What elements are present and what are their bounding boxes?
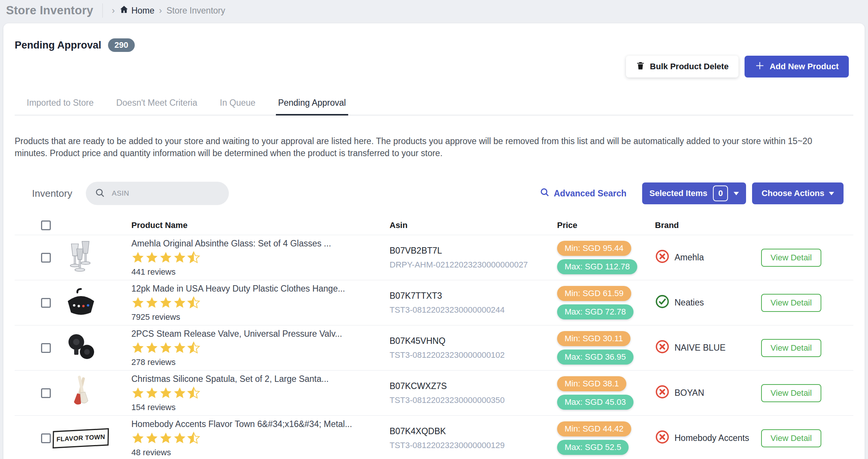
- product-name: 2PCS Steam Release Valve, Universal Pres…: [131, 329, 378, 339]
- min-price-pill: Min: SGD 44.42: [557, 421, 631, 436]
- rating-stars: [131, 251, 378, 264]
- brand-name: Neaties: [675, 298, 704, 308]
- table-row: Amehla Original Absinthe Glass: Set of 4…: [15, 235, 853, 280]
- table-row: 12pk Made in USA Heavy Duty Plastic Clot…: [15, 280, 853, 325]
- breadcrumb-current: Store Inventory: [166, 6, 225, 16]
- table-row: 2PCS Steam Release Valve, Universal Pres…: [15, 325, 853, 371]
- breadcrumb-separator: ›: [159, 6, 162, 15]
- max-price-pill: Max: SGD 36.95: [557, 350, 633, 365]
- search-icon: [95, 188, 105, 199]
- brand-name: NAIVE BLUE: [675, 343, 726, 353]
- product-asin: B07VB2BT7L: [390, 246, 557, 256]
- product-image-absinthe-glasses: [60, 237, 102, 278]
- row-checkbox[interactable]: [41, 298, 51, 308]
- brand-rejected-icon: [655, 249, 670, 266]
- tab-in-queue[interactable]: In Queue: [218, 94, 258, 116]
- brand-name: BOYAN: [675, 388, 704, 398]
- row-checkbox[interactable]: [41, 253, 51, 263]
- review-count: 48 reviews: [131, 448, 378, 457]
- product-name: Homebody Accents Flavor Town 6&#34;x16&#…: [131, 419, 378, 429]
- product-image-spatulas: [60, 373, 102, 413]
- advanced-search-label: Advanced Search: [554, 188, 626, 199]
- column-asin: Asin: [390, 220, 557, 230]
- selected-items-count: 0: [713, 185, 728, 201]
- product-name: Christmas Silicone Spatula, Set of 2, La…: [131, 374, 378, 384]
- column-brand: Brand: [655, 220, 760, 230]
- advanced-search-link[interactable]: Advanced Search: [540, 187, 626, 199]
- selected-items-dropdown[interactable]: Selected Items 0: [642, 182, 746, 204]
- selected-items-label: Selected Items: [649, 188, 707, 198]
- tab-description: Products that are ready to be added to y…: [15, 135, 843, 159]
- panel-heading: Pending Approval: [15, 40, 101, 51]
- flavor-town-sign-text: FLAVOR TOWN: [53, 428, 109, 448]
- select-all-checkbox[interactable]: [41, 220, 51, 230]
- breadcrumb-separator: ›: [112, 6, 115, 15]
- header-actions: Bulk Product Delete Add New Product: [626, 56, 849, 78]
- home-icon: [119, 5, 129, 17]
- brand-rejected-icon: [655, 430, 670, 447]
- page-header: Store Inventory › Home › Store Inventory: [0, 0, 868, 21]
- review-count: 441 reviews: [131, 267, 378, 277]
- breadcrumb-home-label: Home: [131, 6, 154, 16]
- row-checkbox[interactable]: [41, 343, 51, 353]
- brand-rejected-icon: [655, 339, 670, 356]
- column-product-name: Product Name: [131, 220, 390, 230]
- product-image-clothes-hangers: [60, 283, 102, 323]
- table-header-row: Product Name Asin Price Brand: [15, 216, 853, 235]
- caret-down-icon: [734, 192, 739, 195]
- view-detail-button[interactable]: View Detail: [761, 384, 821, 402]
- page-title: Store Inventory: [6, 4, 93, 17]
- inventory-label: Inventory: [32, 188, 72, 199]
- inventory-toolbar: Inventory Advanced Search Selected Items…: [15, 182, 853, 205]
- product-image-flavor-town-sign: FLAVOR TOWN: [60, 418, 102, 459]
- breadcrumb-home-link[interactable]: Home: [119, 5, 154, 17]
- product-asin: B07K45VHNQ: [390, 336, 557, 346]
- min-price-pill: Min: SGD 61.59: [557, 286, 631, 301]
- product-asin: B07K7TTXT3: [390, 291, 557, 301]
- inventory-table: Product Name Asin Price Brand Amehla Ori…: [15, 216, 853, 459]
- view-detail-button[interactable]: View Detail: [761, 429, 821, 447]
- row-checkbox[interactable]: [41, 388, 51, 398]
- brand-approved-icon: [655, 294, 670, 311]
- asin-search-input[interactable]: [112, 189, 220, 198]
- rating-stars: [131, 296, 378, 309]
- product-sku: DRPY-AHM-02122023230000000027: [390, 260, 557, 270]
- product-asin: B07K4XQDBK: [390, 426, 557, 436]
- brand-rejected-icon: [655, 385, 670, 401]
- rating-stars: [131, 341, 378, 354]
- review-count: 7925 reviews: [131, 312, 378, 322]
- product-sku: TST3-08122023230000000129: [390, 441, 557, 450]
- view-detail-button[interactable]: View Detail: [761, 249, 821, 267]
- pending-count-badge: 290: [108, 38, 135, 52]
- table-row: Christmas Silicone Spatula, Set of 2, La…: [15, 371, 853, 416]
- caret-down-icon: [829, 192, 834, 195]
- content-card: Pending Approval 290 Bulk Product Delete…: [3, 23, 865, 459]
- trash-icon: [636, 61, 645, 73]
- min-price-pill: Min: SGD 95.44: [557, 241, 631, 256]
- view-detail-button[interactable]: View Detail: [761, 294, 821, 312]
- min-price-pill: Min: SGD 38.1: [557, 376, 626, 391]
- view-detail-button[interactable]: View Detail: [761, 339, 821, 357]
- max-price-pill: Max: SGD 72.78: [557, 304, 633, 319]
- row-checkbox[interactable]: [41, 433, 51, 443]
- product-sku: TST3-08122023230000000244: [390, 305, 557, 315]
- review-count: 154 reviews: [131, 403, 378, 412]
- header-divider: [102, 3, 103, 18]
- bulk-product-delete-button[interactable]: Bulk Product Delete: [626, 56, 739, 78]
- max-price-pill: Max: SGD 45.03: [557, 395, 633, 410]
- rating-stars: [131, 386, 378, 400]
- add-new-product-button[interactable]: Add New Product: [745, 56, 849, 78]
- bulk-product-delete-label: Bulk Product Delete: [650, 62, 729, 71]
- tab-doesnt-meet-criteria[interactable]: Doesn't Meet Criteria: [114, 94, 199, 116]
- choose-actions-dropdown[interactable]: Choose Actions: [752, 182, 844, 204]
- table-row: FLAVOR TOWN Homebody Accents Flavor Town…: [15, 416, 853, 459]
- brand-name: Homebody Accents: [675, 433, 749, 443]
- tab-pending-approval[interactable]: Pending Approval: [276, 94, 348, 116]
- tab-bar: Imported to Store Doesn't Meet Criteria …: [15, 94, 853, 116]
- column-price: Price: [557, 220, 655, 230]
- asin-search-box[interactable]: [86, 182, 229, 205]
- max-price-pill: Max: SGD 112.78: [557, 259, 637, 274]
- search-icon: [540, 187, 550, 199]
- rating-stars: [131, 432, 378, 445]
- tab-imported-to-store[interactable]: Imported to Store: [24, 94, 96, 116]
